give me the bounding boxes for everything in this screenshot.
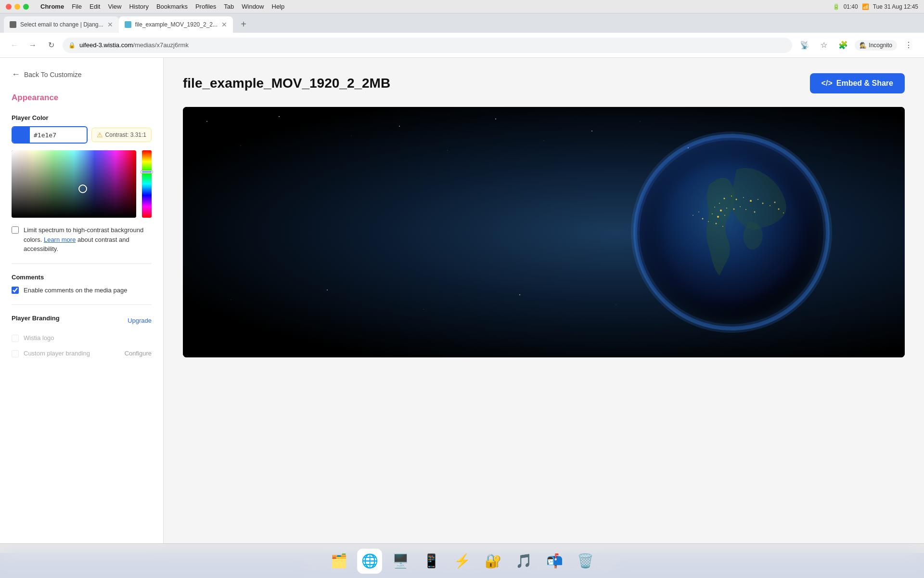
- svg-point-40: [544, 141, 544, 141]
- enable-comments-checkbox[interactable]: [12, 287, 19, 294]
- menu-window[interactable]: Window: [242, 3, 264, 10]
- incognito-label: Incognito: [869, 42, 892, 49]
- player-branding-header: Player Branding Upgrade: [12, 315, 152, 327]
- tab2-favicon: [125, 21, 131, 28]
- menu-bookmarks[interactable]: Bookmarks: [156, 3, 188, 10]
- tab2-title: file_example_MOV_1920_2_2...: [135, 21, 218, 28]
- comments-section-label: Comments: [12, 274, 152, 281]
- menu-edit[interactable]: Edit: [90, 3, 100, 10]
- mac-menu-bar: Chrome File Edit View History Bookmarks …: [0, 0, 924, 13]
- embed-share-label: Embed & Share: [836, 79, 893, 88]
- svg-point-36: [351, 136, 352, 136]
- svg-point-37: [399, 126, 400, 127]
- incognito-badge: 🕵️ Incognito: [855, 40, 897, 51]
- menu-file[interactable]: File: [72, 3, 82, 10]
- dock-finder[interactable]: 🗂️: [326, 549, 351, 574]
- tab-2[interactable]: file_example_MOV_1920_2_2... ✕: [119, 16, 233, 33]
- hue-handle[interactable]: [141, 171, 153, 173]
- extensions-button[interactable]: 🧩: [835, 38, 851, 53]
- dock-apps[interactable]: 📱: [419, 549, 444, 574]
- sidebar: ← Back To Customize Appearance Player Co…: [0, 58, 164, 553]
- menu-profiles[interactable]: Profiles: [195, 3, 216, 10]
- cast-button[interactable]: 📡: [797, 38, 812, 53]
- wistia-logo-row: Wistia logo: [12, 333, 152, 343]
- divider-2: [12, 304, 152, 305]
- dock-bolt[interactable]: ⚡: [449, 549, 475, 574]
- upgrade-link[interactable]: Upgrade: [128, 317, 152, 324]
- mac-menu: Chrome File Edit View History Bookmarks …: [40, 3, 284, 10]
- wistia-logo-checkbox[interactable]: [12, 335, 19, 342]
- custom-branding-checkbox[interactable]: [12, 350, 19, 357]
- menu-chrome[interactable]: Chrome: [40, 3, 64, 10]
- back-to-customize-link[interactable]: ← Back To Customize: [12, 69, 152, 79]
- svg-point-48: [616, 304, 616, 305]
- forward-button[interactable]: →: [26, 39, 39, 52]
- maximize-button[interactable]: [23, 4, 29, 10]
- chrome-menu-button[interactable]: ⋮: [901, 38, 916, 53]
- reload-button[interactable]: ↻: [44, 39, 58, 52]
- dock-trash[interactable]: 🗑️: [573, 549, 598, 574]
- divider-1: [12, 263, 152, 264]
- wistia-logo-label: Wistia logo: [24, 333, 54, 343]
- address-url: uifeed-3.wistia.com/medias/x7auzj6rmk: [79, 41, 786, 49]
- color-input-row: #1e1e7 ⚠ Contrast: 3.31:1: [12, 126, 152, 144]
- dock-music[interactable]: 🎵: [511, 549, 536, 574]
- dock-terminal[interactable]: 🖥️: [388, 549, 413, 574]
- tab1-title: Select email to change | Djang...: [20, 21, 103, 28]
- svg-point-47: [519, 294, 520, 295]
- bookmark-button[interactable]: ☆: [816, 38, 832, 53]
- tab2-close[interactable]: ✕: [221, 21, 227, 28]
- warning-icon: ⚠: [97, 131, 103, 139]
- limit-spectrum-label: Limit spectrum to high-contrast backgrou…: [24, 225, 152, 254]
- color-hex-box[interactable]: #1e1e7: [12, 126, 88, 144]
- svg-point-35: [279, 116, 280, 117]
- content-area: file_example_MOV_1920_2_2MB </> Embed & …: [164, 58, 924, 553]
- svg-point-41: [591, 131, 592, 131]
- dock: 🗂️ 🌐 🖥️ 📱 ⚡ 🔐 🎵 📬 🗑️: [0, 543, 924, 578]
- traffic-lights: [6, 4, 29, 10]
- dock-chrome[interactable]: 🌐: [357, 549, 382, 574]
- menu-view[interactable]: View: [108, 3, 121, 10]
- battery-time: 01:40: [844, 3, 858, 10]
- custom-branding-label: Custom player branding: [24, 349, 90, 358]
- tab1-close[interactable]: ✕: [107, 21, 113, 28]
- limit-spectrum-row: Limit spectrum to high-contrast backgrou…: [12, 225, 152, 254]
- minimize-button[interactable]: [14, 4, 20, 10]
- color-hex-input[interactable]: #1e1e7: [30, 131, 73, 139]
- custom-branding-row: Custom player branding Configure: [12, 349, 152, 358]
- menu-history[interactable]: History: [129, 3, 148, 10]
- svg-point-34: [241, 145, 241, 146]
- back-arrow-icon: ←: [12, 69, 20, 79]
- mac-status-bar: 🔋 01:40 📶 Tue 31 Aug 12:45: [833, 3, 918, 10]
- configure-link[interactable]: Configure: [125, 350, 152, 357]
- color-gradient-box[interactable]: [12, 150, 136, 218]
- enable-comments-label: Enable comments on the media page: [24, 286, 127, 295]
- close-button[interactable]: [6, 4, 12, 10]
- svg-point-44: [231, 300, 231, 300]
- dock-vpn[interactable]: 🔐: [480, 549, 505, 574]
- menu-tab[interactable]: Tab: [224, 3, 234, 10]
- color-swatch: [13, 127, 30, 143]
- address-box[interactable]: 🔒 uifeed-3.wistia.com/medias/x7auzj6rmk: [63, 38, 792, 53]
- new-tab-button[interactable]: +: [237, 17, 250, 31]
- svg-point-45: [327, 289, 328, 290]
- back-button[interactable]: ←: [8, 39, 21, 52]
- learn-more-link[interactable]: Learn more: [44, 236, 76, 243]
- limit-spectrum-checkbox[interactable]: [12, 226, 19, 234]
- stars-bg: [183, 107, 905, 357]
- video-preview[interactable]: [183, 107, 905, 357]
- dock-mail[interactable]: 📬: [542, 549, 567, 574]
- lock-icon: 🔒: [68, 42, 76, 49]
- toolbar-right: 📡 ☆ 🧩 🕵️ Incognito ⋮: [797, 38, 916, 53]
- embed-share-button[interactable]: </> Embed & Share: [810, 73, 905, 93]
- hue-slider[interactable]: [142, 150, 152, 218]
- appearance-title: Appearance: [12, 93, 152, 103]
- back-label: Back To Customize: [24, 71, 82, 79]
- content-header: file_example_MOV_1920_2_2MB </> Embed & …: [183, 73, 905, 93]
- svg-point-33: [206, 121, 207, 122]
- chrome-address-bar: ← → ↻ 🔒 uifeed-3.wistia.com/medias/x7auz…: [0, 33, 924, 58]
- tab-1[interactable]: Select email to change | Djang... ✕: [4, 16, 119, 33]
- chrome-tab-bar: Select email to change | Djang... ✕ file…: [0, 13, 924, 33]
- player-color-label: Player Color: [12, 114, 152, 121]
- menu-help[interactable]: Help: [272, 3, 285, 10]
